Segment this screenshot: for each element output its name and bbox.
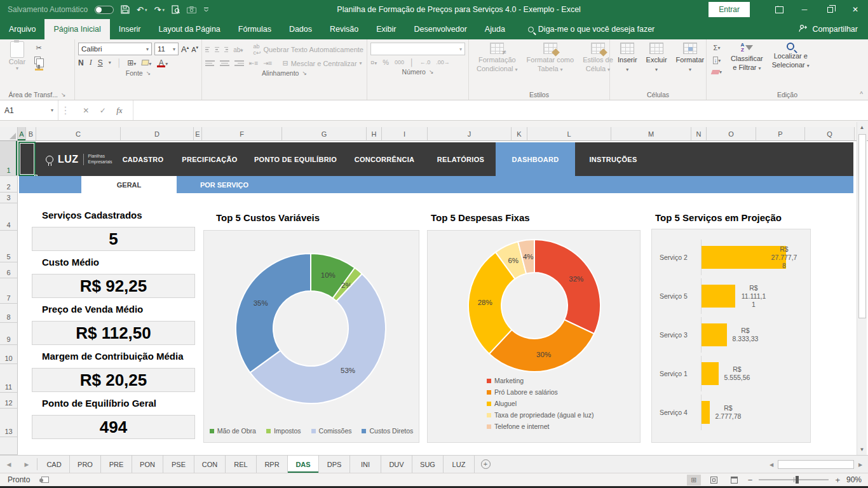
page-layout-view-button[interactable] (707, 475, 721, 485)
increase-decimal-button[interactable]: ←.0 (420, 59, 431, 65)
fill-button[interactable]: ↓▾ (710, 55, 724, 65)
tab-dados[interactable]: Dados (280, 19, 321, 39)
tab-exibir[interactable]: Exibir (367, 19, 405, 39)
align-left-icon[interactable] (205, 60, 215, 66)
select-all-corner[interactable] (0, 127, 18, 141)
tab-inserir[interactable]: Inserir (110, 19, 150, 39)
row-header-1[interactable]: 1 (0, 141, 18, 176)
column-header-Q[interactable]: Q (805, 127, 855, 141)
zoom-in-button[interactable]: + (835, 475, 840, 485)
column-header-I[interactable]: I (382, 127, 428, 141)
camera-icon[interactable] (187, 6, 196, 13)
align-bottom-icon[interactable] (224, 47, 229, 53)
sheet-tab-duv[interactable]: DUV (381, 456, 412, 473)
align-center-icon[interactable] (220, 60, 229, 66)
row-header-4[interactable]: 4 (0, 203, 18, 231)
chart-card-custos-variaveis[interactable]: 10%2%53%35% Mão de ObraImpostosComissões… (203, 230, 419, 443)
find-select-button[interactable]: Localizar eSelecionar ▾ (768, 41, 814, 71)
page-break-view-button[interactable] (728, 475, 742, 485)
align-top-icon[interactable] (205, 47, 210, 53)
tab-revisao[interactable]: Revisão (321, 19, 367, 39)
tab-desenvolvedor[interactable]: Desenvolvedor (405, 19, 475, 39)
fill-color-button[interactable]: ▾ (142, 58, 151, 67)
font-name-select[interactable]: Calibri▾ (78, 43, 152, 55)
bar-3[interactable] (702, 362, 719, 385)
column-header-E[interactable]: E (194, 127, 202, 141)
row-header-3[interactable]: 3 (0, 193, 18, 203)
sheet-nav-left-icon[interactable]: ◀ (0, 456, 18, 473)
nav-item-precifica-o[interactable]: PRECIFICAÇÃO (172, 142, 248, 176)
record-macro-icon[interactable] (41, 477, 49, 483)
sheet-tab-rpr[interactable]: RPR (257, 456, 288, 473)
column-header-D[interactable]: D (121, 127, 194, 141)
format-cells-button[interactable]: Formatar▾ (672, 41, 709, 75)
column-header-K[interactable]: K (512, 127, 527, 141)
row-header-2[interactable]: 2 (0, 176, 18, 193)
column-header-A[interactable]: A (18, 127, 26, 141)
percent-style-button[interactable]: % (383, 58, 389, 66)
name-box[interactable]: A1 ▾ (0, 100, 58, 120)
autosum-button[interactable]: Σ▾ (710, 43, 724, 53)
align-middle-icon[interactable] (215, 47, 219, 53)
sheet-tab-sug[interactable]: SUG (412, 456, 444, 473)
column-header-O[interactable]: O (707, 127, 756, 141)
chart-card-servicos-projecao[interactable]: Serviço 2R$27.777,78Serviço 5R$11.111,11… (651, 229, 811, 443)
decrease-indent-icon[interactable]: ⇤≡ (249, 60, 258, 67)
sheet-tab-pro[interactable]: PRO (70, 456, 101, 473)
formula-input[interactable] (133, 100, 868, 120)
insert-cells-button[interactable]: Inserir▾ (613, 41, 642, 75)
normal-view-button[interactable]: ⊞ (687, 475, 701, 485)
number-format-select[interactable]: ▾ (370, 43, 465, 55)
font-dialog-launcher-icon[interactable]: ↘ (146, 70, 151, 76)
donut-custos-variaveis-slice-3[interactable] (236, 254, 311, 372)
increase-font-icon[interactable]: A▴ (181, 44, 189, 54)
column-header-C[interactable]: C (36, 127, 121, 141)
row-header-6[interactable]: 6 (0, 262, 18, 278)
scroll-down-icon[interactable]: ▼ (857, 444, 867, 455)
column-header-P[interactable]: P (756, 127, 805, 141)
comma-style-button[interactable]: 000 (395, 59, 404, 65)
vertical-scrollbar[interactable]: ▲ ▼ (857, 122, 867, 455)
vertical-scroll-thumb[interactable] (858, 134, 866, 318)
tab-layout-da-pagina[interactable]: Layout da Página (149, 19, 229, 39)
number-dialog-launcher-icon[interactable]: ↘ (429, 69, 434, 75)
sheet-nav-right-icon[interactable]: ▶ (18, 456, 36, 473)
bar-4[interactable] (702, 401, 710, 424)
sheet-tab-pon[interactable]: PON (132, 456, 163, 473)
copy-button[interactable]: ▾ (32, 55, 45, 65)
row-header-12[interactable]: 12 (0, 393, 18, 409)
chart-card-despesas-fixas[interactable]: 32%30%28%6%4% MarketingPró Labore e salá… (427, 230, 641, 443)
minimize-button[interactable]: ─ (792, 0, 817, 19)
row-header-10[interactable]: 10 (0, 345, 18, 364)
clipboard-dialog-launcher-icon[interactable]: ↘ (61, 92, 66, 98)
sheet-tab-luz[interactable]: LUZ (444, 456, 475, 473)
font-size-select[interactable]: 11▾ (154, 43, 179, 55)
scroll-left-icon[interactable]: ◀ (766, 459, 776, 470)
column-header-J[interactable]: J (428, 127, 512, 141)
save-icon[interactable] (121, 5, 130, 14)
sheet-tab-cad[interactable]: CAD (39, 456, 70, 473)
row-header-11[interactable]: 11 (0, 364, 18, 393)
nav-item-instru-es[interactable]: INSTRUÇÕES (575, 142, 651, 176)
row-header-8[interactable]: 8 (0, 304, 18, 323)
nav-item-dashboard[interactable]: DASHBOARD (496, 142, 575, 176)
alignment-dialog-launcher-icon[interactable]: ↘ (302, 70, 307, 76)
column-header-H[interactable]: H (367, 127, 382, 141)
print-preview-icon[interactable] (172, 5, 180, 14)
accounting-format-button[interactable]: ¤▾ (370, 58, 377, 66)
nav-item-relat-rios[interactable]: RELATÓRIOS (426, 142, 496, 176)
scroll-right-icon[interactable]: ▶ (855, 459, 865, 470)
donut-despesas-fixas-slice-0[interactable] (534, 240, 600, 334)
nav-item-cadastro[interactable]: CADASTRO (114, 142, 172, 176)
sheet-tab-con[interactable]: CON (194, 456, 226, 473)
decrease-font-icon[interactable]: A▾ (191, 45, 198, 53)
tab-arquivo[interactable]: Arquivo (0, 19, 44, 39)
undo-icon[interactable]: ↶▾ (137, 6, 147, 14)
zoom-out-button[interactable]: − (748, 475, 753, 485)
font-color-button[interactable]: A▾ (157, 58, 168, 67)
collapse-ribbon-icon[interactable]: ^ (860, 91, 863, 98)
close-button[interactable]: ✕ (843, 0, 868, 19)
column-header-L[interactable]: L (527, 127, 611, 141)
autosave-toggle[interactable] (95, 6, 114, 14)
merge-center-button[interactable]: ⊟Mesclar e Centralizar▾ (282, 59, 362, 67)
